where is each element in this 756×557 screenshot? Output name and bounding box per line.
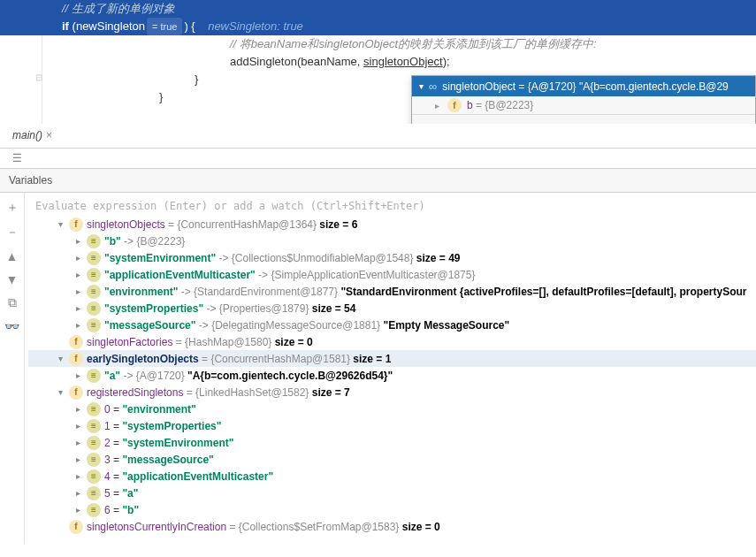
inline-value-hint: = true	[147, 18, 182, 35]
code-line: // 将beanName和singletonObject的映射关系添加到该工厂的…	[62, 35, 756, 53]
filter-icon[interactable]: ☰	[7, 152, 27, 164]
field-icon: f	[69, 335, 83, 349]
field-icon: f	[69, 217, 83, 232]
chevron-down-icon[interactable]	[55, 219, 65, 229]
popup-toolbar: ⧉ ← →	[412, 114, 755, 124]
tree-entry[interactable]: ≡"b" -> {B@2223}	[28, 233, 756, 249]
tree-node-registeredSingletons[interactable]: fregisteredSingletons = {LinkedHashSet@1…	[28, 384, 756, 401]
chevron-right-icon[interactable]	[73, 488, 83, 498]
infinity-icon: ∞	[429, 80, 437, 93]
tree-node-singletonsCurrentlyInCreation[interactable]: fsingletonsCurrentlyInCreation = {Collec…	[28, 518, 756, 535]
code-line-current: if (newSingleton= true) { newSingleton: …	[0, 18, 756, 35]
variables-tree[interactable]: Evaluate expression (Enter) or add a wat…	[25, 193, 756, 544]
frames-toolbar: ☰	[0, 149, 756, 169]
chevron-right-icon[interactable]	[73, 253, 83, 263]
key-icon: ≡	[87, 268, 101, 282]
inline-param-hint: newSingleton: true	[208, 19, 303, 33]
evaluate-popup[interactable]: ▾ ∞ singletonObject = {A@1720} "A{b=com.…	[411, 75, 756, 124]
key-icon: ≡	[87, 436, 101, 450]
key-icon: ≡	[87, 369, 101, 383]
key-icon: ≡	[87, 453, 101, 467]
fold-icon[interactable]: ⊟	[35, 72, 42, 82]
field-icon: f	[69, 352, 83, 366]
tree-entry[interactable]: ≡"systemEnvironment" -> {Collections$Unm…	[28, 249, 756, 266]
chevron-down-icon[interactable]: ▾	[419, 81, 424, 91]
chevron-right-icon[interactable]	[73, 303, 83, 313]
tab-main[interactable]: main() ×	[7, 126, 57, 147]
code-editor[interactable]: ⊟ // 生成了新的单例对象 if (newSingleton= true) {…	[0, 0, 756, 124]
popup-title: singletonObject = {A@1720} "A{b=com.gien…	[442, 80, 729, 93]
evaluate-expression-input[interactable]: Evaluate expression (Enter) or add a wat…	[28, 196, 756, 216]
chevron-right-icon[interactable]	[73, 404, 83, 414]
chevron-right-icon[interactable]: ▸	[431, 101, 442, 111]
close-tab-icon[interactable]: ×	[46, 129, 52, 141]
tab-label: main()	[12, 129, 42, 141]
tree-entry[interactable]: ≡"environment" -> {StandardEnvironment@1…	[28, 283, 756, 300]
field-icon: f	[447, 98, 462, 112]
variables-panel-header: Variables	[0, 169, 756, 193]
up-icon[interactable]: ▲	[6, 249, 19, 263]
key-icon: ≡	[87, 402, 101, 416]
tree-entry[interactable]: ≡"a" -> {A@1720} "A{b=com.gientech.cycle…	[28, 367, 756, 384]
tree-entry[interactable]: ≡"messageSource" -> {DelegatingMessageSo…	[28, 317, 756, 333]
copy-icon[interactable]: ⧉	[421, 120, 430, 124]
tree-node-earlySingletonObjects[interactable]: fearlySingletonObjects = {ConcurrentHash…	[28, 350, 756, 367]
chevron-right-icon[interactable]	[73, 421, 83, 431]
key-icon: ≡	[87, 503, 101, 517]
chevron-right-icon[interactable]	[73, 370, 83, 380]
tree-entry[interactable]: ≡1 = "systemProperties"	[28, 417, 756, 434]
key-icon: ≡	[87, 469, 101, 484]
tree-entry[interactable]: ≡"applicationEventMulticaster" -> {Simpl…	[28, 266, 756, 283]
glasses-icon[interactable]: 👓	[4, 319, 19, 333]
arrow-right-icon[interactable]: →	[460, 121, 472, 125]
chevron-right-icon[interactable]	[73, 320, 83, 330]
key-icon: ≡	[87, 301, 101, 316]
chevron-down-icon[interactable]	[55, 387, 65, 397]
variables-panel: ＋ － ▲ ▼ ⧉ 👓 Evaluate expression (Enter) …	[0, 193, 756, 544]
code-line: addSingleton(beanName, singletonObject);	[62, 53, 756, 71]
key-icon: ≡	[87, 251, 101, 265]
tree-node-singletonFactories[interactable]: fsingletonFactories = {HashMap@1580} siz…	[28, 333, 756, 350]
code-line: // 生成了新的单例对象	[0, 0, 756, 18]
popup-header[interactable]: ▾ ∞ singletonObject = {A@1720} "A{b=com.…	[412, 76, 755, 96]
down-icon[interactable]: ▼	[6, 272, 19, 286]
tree-entry[interactable]: ≡5 = "a"	[28, 485, 756, 501]
key-icon: ≡	[87, 285, 101, 299]
chevron-right-icon[interactable]	[73, 286, 83, 296]
chevron-right-icon[interactable]	[73, 270, 83, 279]
chevron-right-icon[interactable]	[73, 454, 83, 464]
tree-entry[interactable]: ≡6 = "b"	[28, 501, 756, 518]
key-icon: ≡	[87, 234, 101, 248]
key-icon: ≡	[87, 419, 101, 433]
chevron-right-icon[interactable]	[73, 438, 83, 447]
field-icon: f	[69, 520, 83, 534]
popup-row[interactable]: ▸ f b = {B@2223}	[412, 96, 755, 114]
tree-entry[interactable]: ≡4 = "applicationEventMulticaster"	[28, 468, 756, 485]
chevron-right-icon[interactable]	[73, 236, 83, 246]
key-icon: ≡	[87, 486, 101, 500]
chevron-down-icon[interactable]	[55, 354, 65, 363]
add-watch-icon[interactable]: ＋	[6, 200, 19, 216]
arrow-left-icon[interactable]: ←	[439, 121, 451, 125]
tree-entry[interactable]: ≡2 = "systemEnvironment"	[28, 434, 756, 451]
variables-toolbar: ＋ － ▲ ▼ ⧉ 👓	[0, 193, 25, 544]
field-icon: f	[69, 385, 83, 400]
tree-entry[interactable]: ≡0 = "environment"	[28, 401, 756, 417]
key-icon: ≡	[87, 318, 101, 332]
remove-watch-icon[interactable]: －	[6, 225, 19, 240]
duplicate-icon[interactable]: ⧉	[8, 295, 17, 310]
tree-entry[interactable]: ≡3 = "messageSource"	[28, 451, 756, 468]
tree-node-singletonObjects[interactable]: f singletonObjects = {ConcurrentHashMap@…	[28, 216, 756, 233]
chevron-right-icon[interactable]	[73, 505, 83, 515]
debug-tabs: main() ×	[0, 124, 756, 149]
chevron-right-icon[interactable]	[73, 471, 83, 481]
tree-entry[interactable]: ≡"systemProperties" -> {Properties@1879}…	[28, 300, 756, 317]
